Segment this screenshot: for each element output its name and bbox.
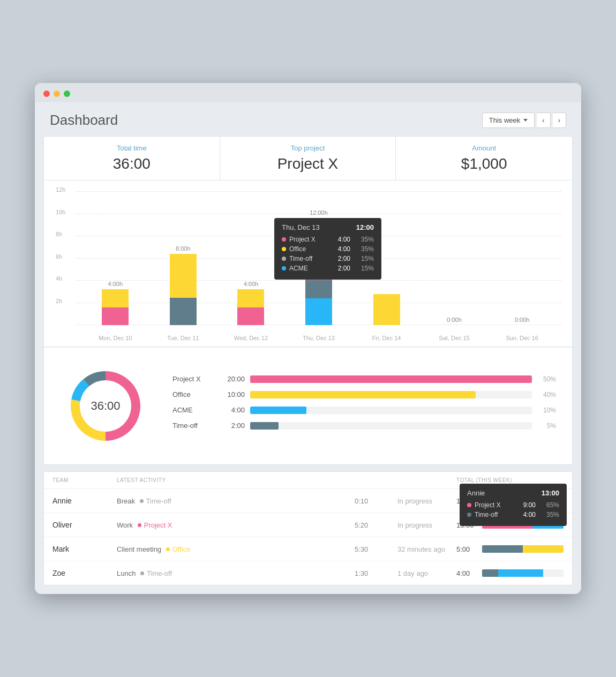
- tooltip-project-val: 2:00: [338, 265, 350, 272]
- activity-project-link[interactable]: Time-off: [146, 497, 171, 505]
- stat-top-project-value: Project X: [231, 155, 385, 172]
- bar-chart-container: 12h 10h 8h 6h 4h 2h 4:00h8:00h4:00h12:00…: [43, 180, 573, 347]
- team-member-activity: Lunch Time-off: [117, 569, 355, 577]
- main-content: Dashboard This week ‹ › Total time 36:00…: [35, 102, 581, 585]
- breakdown-project-time: 20:00: [221, 375, 245, 383]
- header: Dashboard This week ‹ ›: [35, 102, 581, 136]
- team-duration: 1:30: [355, 569, 397, 577]
- bar-group[interactable]: 0:00h: [509, 317, 536, 325]
- bar-top-label: 12:00h: [310, 209, 328, 216]
- tooltip-project-pct: 35%: [358, 236, 374, 243]
- breakdown-item: Office 10:00 40%: [172, 390, 556, 398]
- bar-top-label: 0:00h: [515, 317, 530, 323]
- tooltip-project-name: ACME: [289, 265, 335, 272]
- stat-total-time-label: Total time: [55, 144, 209, 152]
- week-selector-label: This week: [489, 116, 521, 124]
- bar-group[interactable]: 4:00h: [102, 281, 129, 325]
- stat-amount: Amount $1,000: [396, 137, 572, 180]
- team-bar-visual: [482, 545, 564, 553]
- activity-dot: [166, 547, 170, 551]
- breakdown-project-time: 10:00: [221, 390, 245, 398]
- tooltip-header: Thu, Dec 13 12:00: [282, 223, 374, 231]
- team-member-name: Oliver: [52, 521, 117, 529]
- team-row: Mark Client meeting Office 5:30 32 minut…: [44, 537, 572, 561]
- breakdown-project-name: Project X: [172, 375, 215, 383]
- breakdown-item: ACME 4:00 10%: [172, 406, 556, 414]
- team-col-duration: [355, 477, 397, 483]
- tooltip-val: 9:00: [523, 501, 536, 509]
- bar-segment: [237, 289, 264, 307]
- team-row: Zoe Lunch Time-off 1:30 1 day ago 4:00: [44, 561, 572, 585]
- tooltip-project-name: Project X: [289, 236, 335, 243]
- tooltip-project-name: Time-off: [289, 255, 335, 262]
- stat-top-project: Top project Project X: [220, 137, 396, 180]
- team-member-name: Mark: [52, 545, 117, 553]
- chevron-down-icon: [523, 119, 528, 122]
- breakdown-project-pct: 40%: [537, 391, 556, 398]
- team-status: 32 minutes ago: [397, 545, 456, 553]
- minimize-button[interactable]: [54, 91, 60, 97]
- tooltip-project-pct: 15%: [358, 265, 374, 272]
- tooltip-dot: [282, 237, 286, 242]
- tooltip-dot: [282, 257, 286, 261]
- breakdown-project-time: 2:00: [221, 422, 245, 430]
- bar-group[interactable]: [373, 292, 400, 325]
- bar-group[interactable]: 0:00h: [441, 317, 468, 325]
- team-col-activity: LATEST ACTIVITY: [117, 477, 355, 483]
- week-selector-button[interactable]: This week: [482, 112, 535, 128]
- tooltip-dot: [282, 266, 286, 270]
- team-row: Annie Break Time-off 0:10 In progress 13…: [44, 489, 572, 513]
- breakdown-project-name: Office: [172, 390, 215, 398]
- tooltip-name-label: Annie: [467, 489, 485, 497]
- breakdown-bar-bg: [250, 391, 532, 398]
- tooltip-time-label: 13:00: [542, 489, 559, 497]
- tooltip-date: Thu, Dec 13: [282, 223, 320, 231]
- breakdown-project-pct: 5%: [537, 422, 556, 430]
- team-bar-wrap: 5:00: [456, 545, 564, 553]
- team-bar-segment: [523, 545, 564, 553]
- bar-group[interactable]: 8:00h: [170, 245, 197, 325]
- tooltip-row: Time-off 2:00 15%: [282, 255, 374, 262]
- bar-segment: [237, 307, 264, 325]
- bar-group[interactable]: 4:00h: [237, 281, 264, 325]
- team-status: 1 day ago: [397, 569, 456, 577]
- activity-dot: [140, 499, 144, 503]
- stat-top-project-label: Top project: [231, 144, 385, 152]
- breakdown-bar-bg: [250, 422, 532, 430]
- title-bar: [35, 83, 581, 102]
- stat-amount-label: Amount: [407, 144, 561, 152]
- team-duration: 5:20: [355, 521, 397, 529]
- close-button[interactable]: [43, 91, 50, 97]
- breakdown-list: Project X 20:00 50% Office 10:00 40% ACM…: [172, 375, 556, 437]
- team-bar-total: 4:00: [456, 569, 479, 577]
- team-bar-wrap: 4:00: [456, 569, 564, 577]
- tooltip-row: Time-off 4:00 35%: [467, 511, 559, 518]
- team-col-total: TOTAL (THIS WEEK): [456, 477, 564, 483]
- activity-project-link[interactable]: Project X: [144, 521, 172, 529]
- x-axis-label: Mon, Dec 10: [94, 335, 137, 341]
- team-col-status: [397, 477, 456, 483]
- maximize-button[interactable]: [64, 91, 70, 97]
- tooltip-time: 12:00: [356, 223, 374, 231]
- next-week-button[interactable]: ›: [553, 112, 566, 128]
- team-bar-segment: [482, 569, 498, 577]
- breakdown-project-name: Time-off: [172, 422, 215, 430]
- bar-segment: [305, 280, 332, 298]
- activity-project-link[interactable]: Office: [172, 545, 191, 553]
- breakdown-item: Project X 20:00 50%: [172, 375, 556, 383]
- x-labels: Mon, Dec 10Tue, Dec 11Wed, Dec 12Thu, De…: [76, 335, 561, 341]
- activity-project-link[interactable]: Time-off: [147, 569, 172, 577]
- tooltip-project-pct: 35%: [358, 245, 374, 253]
- team-bar-segment: [498, 569, 543, 577]
- bar-segment: [170, 254, 197, 298]
- bar-segment: [102, 289, 129, 307]
- tooltip-dot: [282, 247, 286, 251]
- tooltip-val: 4:00: [523, 511, 536, 518]
- tooltip-project-pct: 15%: [358, 255, 374, 262]
- donut-chart: 36:00: [60, 360, 151, 452]
- breakdown-project-pct: 50%: [537, 375, 556, 383]
- bar-top-label: 0:00h: [447, 317, 462, 323]
- prev-week-button[interactable]: ‹: [537, 112, 550, 128]
- page-title: Dashboard: [50, 112, 118, 129]
- bar-stack: [170, 254, 197, 325]
